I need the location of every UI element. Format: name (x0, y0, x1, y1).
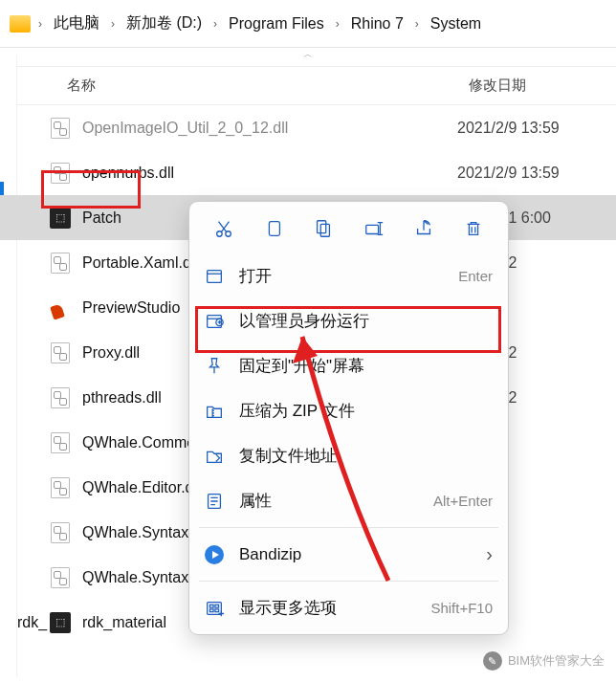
bandizip-icon (203, 543, 226, 566)
exe-icon: ⬚ (50, 612, 71, 633)
props-icon (203, 490, 226, 513)
menu-label: 打开 (239, 265, 445, 287)
brush-icon (50, 297, 71, 319)
menu-label: 固定到"开始"屏幕 (239, 355, 479, 377)
menu-label: 显示更多选项 (239, 597, 417, 619)
copy-button[interactable] (256, 213, 291, 244)
svg-rect-5 (365, 225, 378, 233)
watermark-text: BIM软件管家大全 (508, 652, 605, 670)
svg-rect-12 (209, 608, 213, 611)
dll-icon (50, 253, 71, 274)
menu-item-path[interactable]: 复制文件地址 (189, 433, 508, 478)
file-row[interactable]: OpenImageIO_Util_2_0_12.dll2021/2/9 13:5… (0, 105, 616, 150)
menu-label: 复制文件地址 (239, 445, 479, 467)
context-toolbar (189, 208, 508, 253)
open-icon (203, 265, 226, 288)
zip-icon (203, 400, 226, 423)
file-date: 2021/2/9 13:59 (457, 120, 560, 137)
more-icon (203, 597, 226, 620)
menu-separator (199, 527, 498, 528)
watermark-icon: ✎ (483, 651, 502, 671)
delete-button[interactable] (456, 213, 491, 244)
dll-icon (50, 387, 71, 408)
menu-item-pin[interactable]: 固定到"开始"屏幕 (189, 343, 508, 388)
dll-icon (50, 477, 71, 498)
collapse-handle[interactable]: ︿ (0, 48, 616, 67)
cut-button[interactable] (207, 213, 241, 244)
breadcrumb-seg[interactable]: Program Files (225, 13, 328, 34)
file-name: OpenImageIO_Util_2_0_12.dll (82, 120, 446, 137)
column-date[interactable]: 修改日期 (469, 77, 616, 95)
svg-rect-2 (270, 222, 280, 236)
dll-icon (50, 522, 71, 543)
breadcrumb-seg[interactable]: System (427, 13, 485, 34)
menu-item-props[interactable]: 属性Alt+Enter (189, 478, 508, 523)
breadcrumb[interactable]: › 此电脑 › 新加卷 (D:) › Program Files › Rhino… (0, 0, 616, 48)
svg-rect-4 (321, 224, 330, 236)
dll-icon (50, 567, 71, 588)
path-icon (203, 445, 226, 468)
watermark: ✎ BIM软件管家大全 (483, 651, 605, 671)
menu-item-open[interactable]: 打开Enter (189, 253, 508, 298)
menu-shortcut: › (486, 543, 493, 565)
svg-rect-6 (208, 270, 222, 282)
share-button[interactable] (407, 213, 441, 244)
exe-icon: ⬚ (50, 208, 71, 229)
menu-shortcut: Enter (458, 268, 493, 284)
menu-item-admin[interactable]: 以管理员身份运行 (189, 298, 508, 343)
pin-icon (203, 355, 226, 378)
menu-item-more[interactable]: 显示更多选项Shift+F10 (189, 585, 508, 630)
chevron-icon: › (36, 17, 44, 31)
svg-rect-13 (215, 608, 219, 611)
menu-label: 属性 (239, 490, 420, 512)
menu-label: Bandizip (239, 545, 473, 564)
chevron-icon: › (413, 17, 421, 31)
column-name[interactable]: 名称 (0, 77, 469, 95)
breadcrumb-seg[interactable]: 此电脑 (50, 11, 103, 35)
svg-rect-9 (208, 602, 222, 614)
admin-icon (203, 310, 226, 333)
menu-shortcut: Alt+Enter (433, 493, 493, 509)
dll-icon (50, 163, 71, 184)
chevron-icon: › (211, 17, 219, 31)
breadcrumb-seg[interactable]: 新加卷 (D:) (122, 11, 206, 35)
rename-button[interactable] (357, 213, 391, 244)
breadcrumb-seg[interactable]: Rhino 7 (347, 13, 407, 34)
paste-button[interactable] (306, 213, 341, 244)
folder-icon (10, 15, 31, 33)
column-headers[interactable]: 名称 修改日期 (0, 67, 616, 105)
menu-item-bandizip[interactable]: Bandizip› (189, 532, 508, 577)
file-row[interactable]: opennurbs.dll2021/2/9 13:59 (0, 150, 616, 195)
dll-icon (50, 118, 71, 139)
menu-label: 压缩为 ZIP 文件 (239, 400, 479, 422)
dll-icon (50, 432, 71, 453)
menu-shortcut: Shift+F10 (430, 600, 493, 616)
menu-label: 以管理员身份运行 (239, 310, 479, 332)
dll-icon (50, 342, 71, 363)
svg-rect-10 (209, 605, 213, 607)
chevron-icon: › (334, 17, 341, 31)
menu-separator (199, 581, 498, 582)
svg-rect-11 (215, 605, 219, 607)
chevron-icon: › (109, 17, 117, 31)
svg-rect-3 (318, 221, 326, 233)
context-menu: 打开Enter以管理员身份运行固定到"开始"屏幕压缩为 ZIP 文件复制文件地址… (188, 201, 509, 635)
menu-item-zip[interactable]: 压缩为 ZIP 文件 (189, 388, 508, 433)
file-date: 2021/2/9 13:59 (457, 165, 560, 182)
file-name: opennurbs.dll (82, 165, 446, 182)
